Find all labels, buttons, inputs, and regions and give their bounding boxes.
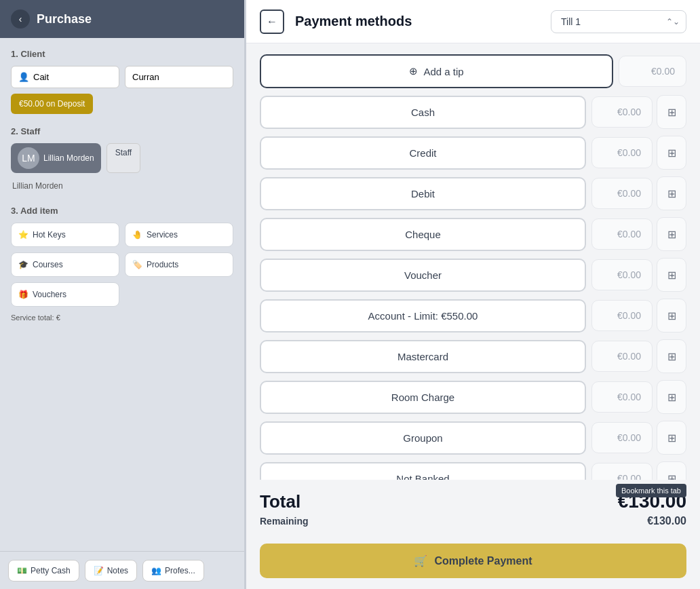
purchase-back-button[interactable]: ‹	[11, 10, 30, 28]
payment-row-cash: Cash €0.00 ⊞	[260, 95, 686, 129]
payment-panel: ← Payment methods Till 1 Till 2 Till 3 ⌃…	[246, 0, 700, 589]
purchase-header: ‹ Purchase	[0, 0, 244, 38]
professional-button[interactable]: 👥 Profes...	[142, 560, 204, 582]
room-charge-amount: €0.00	[591, 381, 653, 413]
payment-row-room-charge: Room Charge €0.00 ⊞	[260, 380, 686, 414]
notes-button[interactable]: 📝 Notes	[85, 560, 137, 582]
cash-calc-button[interactable]: ⊞	[657, 95, 686, 129]
groupon-amount: €0.00	[591, 422, 653, 453]
account-amount-group: €0.00 ⊞	[591, 299, 686, 332]
add-item-label: 3. Add item	[11, 206, 233, 216]
payment-row-cheque: Cheque €0.00 ⊞	[260, 217, 686, 251]
room-charge-calc-button[interactable]: ⊞	[657, 380, 686, 414]
account-amount: €0.00	[591, 300, 653, 331]
item-grid: ⭐ Hot Keys 🤚 Services 🎓 Courses 🏷️ Produ…	[11, 223, 233, 307]
till-select-wrapper: Till 1 Till 2 Till 3 ⌃⌄	[551, 10, 686, 33]
not-banked-calc-button[interactable]: ⊞	[657, 461, 686, 480]
plus-circle-icon: ⊕	[409, 65, 418, 77]
bottom-bar: 💵 Petty Cash 📝 Notes 👥 Profes...	[0, 551, 244, 589]
cheque-calc-button[interactable]: ⊞	[657, 217, 686, 251]
cheque-button[interactable]: Cheque	[260, 218, 586, 251]
star-icon: ⭐	[18, 230, 28, 240]
complete-payment-section: 🛒 Complete Payment	[246, 535, 700, 589]
till-select[interactable]: Till 1 Till 2 Till 3	[551, 10, 686, 33]
account-calc-button[interactable]: ⊞	[657, 299, 686, 332]
service-total: Service total: €	[11, 314, 233, 322]
mastercard-calc-button[interactable]: ⊞	[657, 339, 686, 373]
vouchers-icon: 🎁	[18, 290, 28, 299]
products-icon: 🏷️	[132, 260, 142, 269]
credit-calc-button[interactable]: ⊞	[657, 136, 686, 170]
credit-amount-group: €0.00 ⊞	[591, 136, 686, 170]
cheque-amount-group: €0.00 ⊞	[591, 217, 686, 251]
mastercard-amount: €0.00	[591, 341, 653, 372]
services-icon: 🤚	[132, 230, 142, 240]
voucher-amount: €0.00	[591, 259, 653, 290]
client-section-label: 1. Client	[11, 49, 233, 59]
not-banked-amount: €0.00	[591, 463, 653, 480]
client-first-name[interactable]: 👤 Cait	[11, 66, 119, 88]
services-button[interactable]: 🤚 Services	[125, 223, 233, 247]
remaining-amount: €130.00	[647, 515, 686, 527]
staff-row: LM Lillian Morden Staff	[11, 143, 233, 173]
payment-title: Payment methods	[295, 14, 540, 29]
staff-section-label: 2. Staff	[11, 126, 233, 136]
payment-row-groupon: Groupon €0.00 ⊞	[260, 421, 686, 455]
petty-cash-button[interactable]: 💵 Petty Cash	[8, 560, 79, 582]
staff-name-text: Lillian Morden	[11, 178, 233, 193]
mastercard-amount-group: €0.00 ⊞	[591, 339, 686, 373]
room-charge-button[interactable]: Room Charge	[260, 381, 586, 414]
bookmark-tooltip: Bookmark this tab	[616, 484, 686, 497]
vouchers-button[interactable]: 🎁 Vouchers	[11, 282, 119, 307]
cash-amount: €0.00	[591, 96, 653, 128]
mastercard-button[interactable]: Mastercard	[260, 340, 586, 373]
complete-payment-button[interactable]: 🛒 Complete Payment	[260, 544, 686, 578]
voucher-amount-group: €0.00 ⊞	[591, 258, 686, 292]
total-label: Total	[260, 491, 300, 512]
groupon-button[interactable]: Groupon	[260, 421, 586, 455]
client-last-name[interactable]: Curran	[125, 66, 233, 88]
staff-pill: Staff	[106, 143, 140, 173]
voucher-button[interactable]: Voucher	[260, 259, 586, 292]
tip-row: ⊕ Add a tip €0.00	[260, 54, 686, 88]
petty-cash-icon: 💵	[17, 566, 27, 575]
staff-avatar-button[interactable]: LM Lillian Morden	[11, 143, 101, 173]
staff-section: 2. Staff LM Lillian Morden Staff Lillian…	[11, 126, 233, 193]
payment-back-button[interactable]: ←	[260, 10, 284, 34]
payment-row-voucher: Voucher €0.00 ⊞	[260, 258, 686, 292]
notes-icon: 📝	[94, 566, 104, 575]
cart-icon: 🛒	[414, 554, 427, 567]
remaining-label: Remaining	[260, 516, 309, 527]
groupon-calc-button[interactable]: ⊞	[657, 421, 686, 455]
tip-amount: €0.00	[619, 56, 686, 87]
cash-amount-group: €0.00 ⊞	[591, 95, 686, 129]
debit-amount-group: €0.00 ⊞	[591, 176, 686, 210]
purchase-title: Purchase	[37, 12, 92, 26]
voucher-calc-button[interactable]: ⊞	[657, 258, 686, 292]
debit-button[interactable]: Debit	[260, 177, 586, 210]
payment-row-not-banked: Not Banked €0.00 ⊞	[260, 461, 686, 480]
account-button[interactable]: Account - Limit: €550.00	[260, 299, 586, 332]
credit-amount: €0.00	[591, 137, 653, 168]
credit-button[interactable]: Credit	[260, 136, 586, 170]
groupon-amount-group: €0.00 ⊞	[591, 421, 686, 455]
debit-calc-button[interactable]: ⊞	[657, 176, 686, 210]
add-tip-button[interactable]: ⊕ Add a tip	[260, 54, 613, 88]
products-button[interactable]: 🏷️ Products	[125, 252, 233, 277]
debit-amount: €0.00	[591, 178, 653, 209]
room-charge-amount-group: €0.00 ⊞	[591, 380, 686, 414]
hot-keys-button[interactable]: ⭐ Hot Keys	[11, 223, 119, 247]
payment-row-debit: Debit €0.00 ⊞	[260, 176, 686, 210]
not-banked-button[interactable]: Not Banked	[260, 462, 586, 480]
remaining-row: Remaining €130.00	[260, 515, 686, 527]
person-icon: 👤	[18, 72, 29, 82]
not-banked-amount-group: €0.00 ⊞	[591, 461, 686, 480]
payment-header: ← Payment methods Till 1 Till 2 Till 3 ⌃…	[246, 0, 700, 43]
courses-button[interactable]: 🎓 Courses	[11, 252, 119, 277]
payment-row-mastercard: Mastercard €0.00 ⊞	[260, 339, 686, 373]
cash-button[interactable]: Cash	[260, 96, 586, 129]
purchase-panel: ‹ Purchase 1. Client 👤 Cait Curran €50.0…	[0, 0, 244, 589]
payment-scroll-area[interactable]: ⊕ Add a tip €0.00 Cash €0.00 ⊞ Credit €0…	[246, 43, 700, 480]
payment-row-credit: Credit €0.00 ⊞	[260, 136, 686, 170]
deposit-button[interactable]: €50.00 on Deposit	[11, 94, 93, 114]
